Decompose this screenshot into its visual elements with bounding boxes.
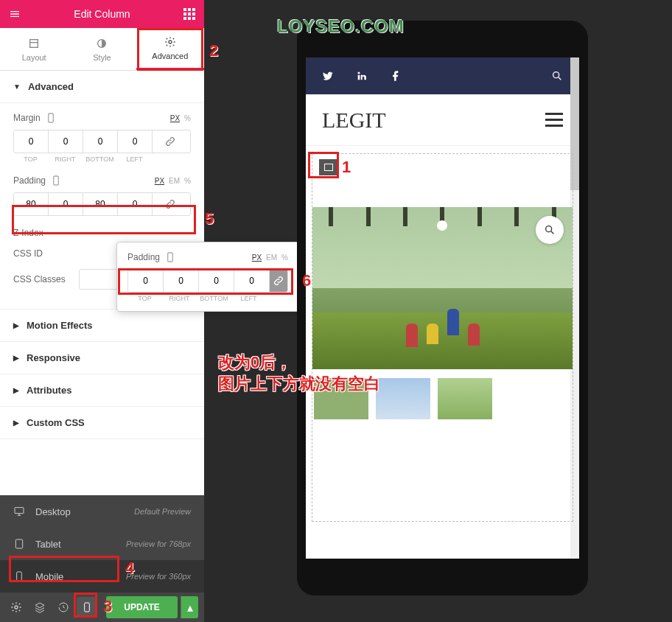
- tab-advanced[interactable]: Advanced: [136, 28, 204, 70]
- margin-top-input[interactable]: [14, 130, 49, 153]
- popup-padding-label: Padding: [127, 252, 160, 262]
- facebook-icon[interactable]: [390, 70, 402, 82]
- annotation-5: 5: [205, 209, 214, 228]
- popup-inputs: [127, 269, 288, 293]
- margin-link-toggle[interactable]: [153, 130, 187, 153]
- footer-history-button[interactable]: [53, 597, 74, 618]
- footer-settings-button[interactable]: [6, 597, 27, 618]
- link-icon: [164, 136, 176, 147]
- popup-left-input[interactable]: [234, 270, 270, 292]
- popup-top-input[interactable]: [128, 270, 164, 292]
- mobile-icon: [45, 112, 57, 124]
- panel-header: Edit Column: [0, 0, 204, 28]
- svg-rect-0: [30, 39, 38, 47]
- svg-rect-4: [48, 113, 53, 122]
- annotation-4: 4: [125, 559, 134, 578]
- padding-left-input[interactable]: [118, 193, 153, 215]
- popup-right-input[interactable]: [164, 270, 199, 292]
- tab-style[interactable]: Style: [68, 28, 136, 70]
- padding-right-input[interactable]: [49, 193, 83, 215]
- responsive-tablet[interactable]: Tablet Preview for 768px: [0, 528, 204, 560]
- update-options-button[interactable]: ▴: [181, 596, 198, 618]
- panel-apps-button[interactable]: [182, 7, 197, 21]
- padding-bottom-input[interactable]: [83, 193, 118, 215]
- svg-rect-11: [85, 603, 90, 612]
- cssclasses-label: CSS Classes: [13, 274, 66, 284]
- popup-bottom-input[interactable]: [199, 270, 234, 292]
- svg-point-14: [546, 226, 552, 232]
- svg-rect-12: [168, 253, 173, 262]
- mobile-preview-screen: LEGIT: [306, 57, 579, 559]
- tab-style-label: Style: [93, 53, 111, 62]
- link-icon: [164, 198, 176, 210]
- responsive-desktop[interactable]: Desktop Default Preview: [0, 495, 204, 528]
- margin-units[interactable]: PX%: [170, 114, 191, 122]
- update-button[interactable]: UPDATE: [106, 596, 178, 618]
- mobile-icon: [13, 570, 25, 582]
- layout-icon: [27, 37, 41, 50]
- caret-right-icon: ▶: [13, 419, 19, 427]
- responsive-mode-menu: Desktop Default Preview Tablet Preview f…: [0, 495, 204, 593]
- margin-label: Margin: [13, 113, 41, 123]
- caret-right-icon: ▶: [13, 321, 19, 329]
- margin-right-input[interactable]: [49, 130, 83, 153]
- svg-rect-5: [54, 176, 59, 185]
- responsive-mobile[interactable]: Mobile Preview for 360px: [0, 560, 204, 593]
- annotation-1: 1: [342, 158, 351, 177]
- desktop-icon: [13, 506, 25, 517]
- magnify-icon: [544, 224, 556, 236]
- social-bar: [306, 57, 579, 94]
- section-attributes[interactable]: ▶Attributes: [0, 374, 204, 407]
- layers-icon: [34, 601, 46, 613]
- column-handle[interactable]: [319, 159, 338, 175]
- section-motion-effects[interactable]: ▶Motion Effects: [0, 310, 204, 342]
- panel-tabs: Layout Style Advanced: [0, 28, 204, 71]
- annotation-3: 3: [103, 597, 112, 616]
- margin-control: Margin PX% TOPRIGHTBOTTOMLEFT: [13, 112, 191, 163]
- zindex-row: Z-Index: [13, 228, 191, 238]
- gear-icon: [164, 35, 177, 49]
- margin-left-input[interactable]: [118, 130, 153, 153]
- preview-content: [306, 146, 579, 529]
- watermark-text: LOYSEO.COM: [277, 16, 405, 37]
- tab-layout-label: Layout: [22, 53, 46, 62]
- panel-title: Edit Column: [74, 8, 130, 20]
- mobile-menu-button[interactable]: [545, 113, 563, 127]
- panel-menu-button[interactable]: [7, 7, 22, 21]
- section-advanced-head[interactable]: ▼Advanced: [0, 71, 204, 103]
- footer-responsive-button[interactable]: [77, 597, 97, 618]
- margin-bottom-input[interactable]: [83, 130, 118, 153]
- apps-icon: [183, 8, 195, 20]
- brand-bar: LEGIT: [306, 94, 579, 146]
- svg-point-10: [15, 606, 18, 609]
- zindex-label: Z-Index: [13, 228, 43, 238]
- padding-units[interactable]: PXEM%: [155, 177, 191, 185]
- linkedin-icon[interactable]: [356, 70, 368, 82]
- popup-link-toggle[interactable]: [270, 270, 287, 292]
- padding-link-toggle[interactable]: [153, 193, 187, 215]
- twitter-icon[interactable]: [322, 70, 334, 82]
- tab-layout[interactable]: Layout: [0, 28, 68, 70]
- padding-top-input[interactable]: [14, 193, 49, 215]
- thumbnail-3[interactable]: [438, 378, 492, 419]
- section-responsive[interactable]: ▶Responsive: [0, 342, 204, 374]
- thumbnail-2[interactable]: [376, 378, 430, 419]
- svg-rect-8: [15, 539, 22, 548]
- popup-units[interactable]: PXEM%: [252, 254, 288, 262]
- mobile-icon: [164, 251, 176, 263]
- margin-inputs: [13, 130, 191, 153]
- svg-rect-7: [15, 508, 24, 514]
- search-icon[interactable]: [551, 70, 563, 82]
- section-custom-css[interactable]: ▶Custom CSS: [0, 407, 204, 439]
- annotation-2: 2: [209, 41, 218, 60]
- mobile-icon: [50, 175, 62, 186]
- panel-footer: UPDATE ▴: [0, 593, 204, 622]
- column-outline[interactable]: [312, 153, 573, 522]
- product-main-image[interactable]: [312, 207, 573, 369]
- caret-right-icon: ▶: [13, 386, 19, 394]
- site-logo[interactable]: LEGIT: [322, 108, 386, 133]
- image-zoom-button[interactable]: [536, 216, 564, 244]
- hamburger-icon: [9, 8, 21, 20]
- footer-navigator-button[interactable]: [29, 597, 50, 618]
- column-icon: [324, 164, 333, 171]
